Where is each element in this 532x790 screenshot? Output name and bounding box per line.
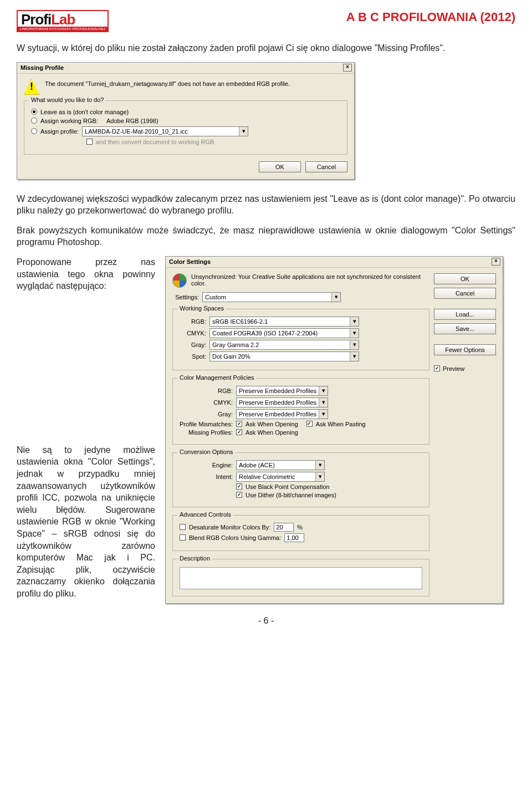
- bpc-label: Use Black Point Compensation: [245, 483, 330, 490]
- radio-leave-as-is[interactable]: [31, 109, 37, 115]
- paragraph-4: Proponowane przez nas ustawienia tego ok…: [17, 256, 155, 292]
- dither-checkbox[interactable]: [236, 492, 242, 498]
- ws-cmyk-combo[interactable]: Coated FOGRA39 (ISO 12647-2:2004)▾: [209, 328, 359, 338]
- radio-assign-label: Assign profile:: [40, 128, 79, 135]
- color-wheel-icon: [172, 273, 187, 288]
- ws-spot-label: Spot:: [180, 353, 206, 360]
- chevron-down-icon[interactable]: ▾: [350, 340, 359, 349]
- blend-label: Blend RGB Colors Using Gamma:: [189, 534, 281, 541]
- working-spaces-title: Working Spaces: [177, 305, 226, 312]
- load-button[interactable]: Load...: [434, 309, 496, 320]
- blend-checkbox[interactable]: [180, 534, 186, 541]
- missing-profile-message: The document "Turniej_drukarn_nietagowan…: [45, 79, 290, 87]
- blend-value: 1,00: [287, 534, 298, 541]
- description-title: Description: [177, 555, 212, 562]
- missing-open-checkbox[interactable]: [236, 429, 242, 435]
- pol-gray-value: Preserve Embedded Profiles: [237, 411, 319, 417]
- pol-cmyk-combo[interactable]: Preserve Embedded Profiles▾: [236, 397, 328, 407]
- preview-checkbox[interactable]: [434, 365, 440, 371]
- desat-field[interactable]: 20: [274, 523, 294, 532]
- pol-rgb-combo[interactable]: Preserve Embedded Profiles▾: [236, 386, 328, 396]
- ok-button[interactable]: OK: [434, 273, 496, 284]
- blend-field[interactable]: 1,00: [284, 533, 304, 542]
- save-button[interactable]: Save...: [434, 323, 496, 334]
- chevron-down-icon[interactable]: ▾: [350, 317, 359, 326]
- advanced-title: Advanced Controls: [177, 511, 233, 518]
- pol-cmyk-value: Preserve Embedded Profiles: [237, 399, 319, 406]
- color-settings-dialog: Color Settings × Unsynchronized: Your Cr…: [165, 256, 503, 604]
- ok-button[interactable]: OK: [259, 161, 301, 172]
- engine-label: Engine:: [180, 462, 233, 468]
- ws-cmyk-value: Coated FOGRA39 (ISO 12647-2:2004): [210, 330, 350, 337]
- close-icon[interactable]: ×: [492, 258, 500, 266]
- group-title: What would you like to do?: [29, 96, 106, 103]
- cancel-button[interactable]: Cancel: [434, 288, 496, 299]
- ws-gray-combo[interactable]: Gray Gamma 2.2▾: [209, 340, 359, 350]
- policies-title: Color Management Policies: [177, 374, 257, 381]
- radio-working-label: Assign working RGB:: [40, 118, 98, 124]
- page-number: - 6 -: [17, 616, 515, 626]
- chevron-down-icon[interactable]: ▾: [315, 472, 324, 481]
- paragraph-5: Nie są to jedyne możliwe ustawienia okna…: [17, 444, 155, 600]
- settings-label: Settings:: [172, 294, 199, 300]
- mismatch-open-checkbox[interactable]: [236, 421, 242, 427]
- logo-subtitle: LABORATORIUM FOTOGRAFII PROFESJONALNEJ: [18, 27, 108, 31]
- desat-suffix: %: [297, 524, 303, 531]
- close-icon[interactable]: ×: [343, 64, 352, 72]
- cancel-button[interactable]: Cancel: [305, 161, 347, 172]
- ws-gray-label: Gray:: [180, 342, 206, 348]
- preview-label: Preview: [443, 365, 464, 372]
- intent-label: Intent:: [180, 473, 233, 480]
- missing-profile-dialog: Missing Profile × ! The document "Turnie…: [17, 62, 355, 180]
- ws-cmyk-label: CMYK:: [180, 330, 206, 337]
- dither-label: Use Dither (8-bit/channel images): [245, 492, 336, 498]
- mismatch-open-label: Ask When Opening: [245, 421, 298, 427]
- logo-text-2: Lab: [51, 11, 75, 28]
- chevron-down-icon[interactable]: ▾: [319, 398, 328, 407]
- ws-gray-value: Gray Gamma 2.2: [210, 342, 350, 348]
- desat-value: 20: [276, 524, 283, 531]
- intent-value: Relative Colorimetric: [237, 473, 315, 480]
- ws-spot-combo[interactable]: Dot Gain 20%▾: [209, 351, 359, 361]
- dialog-title: Missing Profile: [21, 64, 64, 71]
- pol-gray-combo[interactable]: Preserve Embedded Profiles▾: [236, 409, 328, 419]
- bpc-checkbox[interactable]: [236, 483, 242, 490]
- missing-open-label: Ask When Opening: [245, 429, 298, 436]
- pol-gray-label: Gray:: [180, 411, 233, 417]
- mismatch-paste-checkbox[interactable]: [306, 421, 313, 427]
- ws-rgb-label: RGB:: [180, 318, 206, 325]
- chevron-down-icon[interactable]: ▾: [350, 329, 359, 338]
- radio-leave-label: Leave as is (don't color manage): [40, 109, 129, 115]
- warning-icon: !: [24, 79, 39, 95]
- pol-rgb-value: Preserve Embedded Profiles: [237, 388, 319, 394]
- chevron-down-icon[interactable]: ▾: [331, 293, 340, 302]
- chevron-down-icon[interactable]: ▾: [315, 461, 324, 470]
- chevron-down-icon[interactable]: ▾: [350, 352, 359, 361]
- ws-rgb-combo[interactable]: sRGB IEC61966-2.1▾: [209, 317, 359, 327]
- fewer-options-button[interactable]: Fewer Options: [434, 344, 496, 355]
- paragraph-1: W sytuacji, w której do pliku nie został…: [17, 42, 515, 54]
- unsynchronized-message: Unsynchronized: Your Creative Suite appl…: [191, 273, 429, 287]
- intent-combo[interactable]: Relative Colorimetric▾: [236, 472, 325, 482]
- engine-value: Adobe (ACE): [237, 462, 315, 468]
- logo-text-1: Profi: [21, 11, 51, 28]
- assign-profile-combo[interactable]: LAMBDA-DZ-UE-Mat-2010_10_21.icc ▾: [82, 126, 248, 136]
- mismatch-paste-label: Ask When Pasting: [316, 421, 366, 427]
- engine-combo[interactable]: Adobe (ACE)▾: [236, 460, 325, 470]
- missing-label: Missing Profiles:: [180, 429, 233, 436]
- chevron-down-icon[interactable]: ▾: [319, 410, 328, 419]
- pol-rgb-label: RGB:: [180, 388, 233, 394]
- conversion-title: Conversion Options: [177, 448, 236, 455]
- chevron-down-icon[interactable]: ▾: [319, 386, 328, 395]
- settings-combo[interactable]: Custom ▾: [202, 292, 341, 302]
- dialog-title: Color Settings: [169, 258, 211, 265]
- assign-profile-value: LAMBDA-DZ-UE-Mat-2010_10_21.icc: [83, 128, 239, 135]
- desat-checkbox[interactable]: [180, 524, 186, 530]
- description-box: [180, 567, 422, 589]
- radio-assign-working[interactable]: [31, 118, 37, 124]
- convert-checkbox[interactable]: [86, 139, 93, 145]
- paragraph-2: W zdecydowanej większości wypadków zalec…: [17, 193, 515, 217]
- mismatch-label: Profile Mismatches:: [180, 421, 233, 427]
- chevron-down-icon[interactable]: ▾: [239, 127, 248, 136]
- radio-assign-profile[interactable]: [31, 128, 37, 134]
